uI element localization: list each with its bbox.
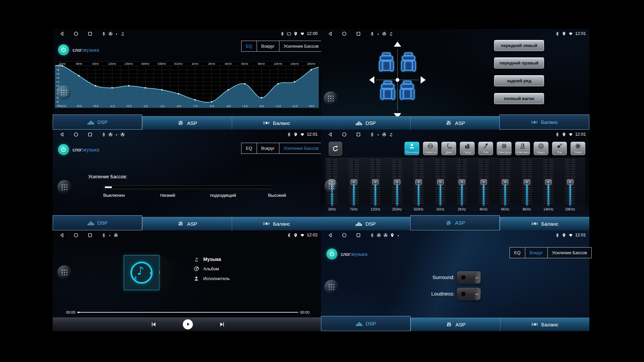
- asp-slider-14KHz[interactable]: 014KHz: [541, 160, 556, 214]
- asp-slider-6KHz[interactable]: 06KHz: [498, 160, 513, 214]
- surround-button[interactable]: Вокруг: [257, 41, 279, 51]
- balance-position-dot[interactable]: [396, 78, 399, 82]
- tab-dsp[interactable]: DSP: [53, 215, 142, 230]
- slider-handle[interactable]: 0: [567, 179, 574, 185]
- tab-dsp[interactable]: DSP: [53, 115, 142, 130]
- slider-handle[interactable]: 0: [394, 179, 400, 185]
- preset-city-button[interactable]: Город: [460, 142, 475, 155]
- slider-handle[interactable]: 0: [437, 179, 444, 185]
- loudness-toggle[interactable]: [457, 288, 481, 301]
- back-icon[interactable]: [328, 233, 333, 238]
- preset-news-button[interactable]: Новости: [423, 142, 438, 155]
- surround-button[interactable]: Вокруг: [257, 143, 279, 153]
- home-icon[interactable]: [73, 132, 78, 137]
- home-icon[interactable]: [73, 31, 78, 36]
- arrow-left-icon[interactable]: [369, 76, 374, 84]
- preset-user-button[interactable]: Пользова: [405, 142, 419, 155]
- tab-asp[interactable]: ASP: [410, 116, 500, 130]
- preset-atom-button[interactable]: Техно: [571, 142, 585, 155]
- tab-balance[interactable]: Баланс: [500, 318, 589, 331]
- tab-balance[interactable]: Баланс: [232, 217, 321, 230]
- back-icon[interactable]: [328, 31, 333, 36]
- bass-boost-button[interactable]: Усиление Бассов: [279, 143, 323, 153]
- play-button[interactable]: [183, 319, 193, 329]
- back-icon[interactable]: [59, 31, 64, 36]
- home-icon[interactable]: [342, 132, 347, 137]
- tab-dsp[interactable]: DSP: [321, 316, 411, 331]
- bass-boost-slider[interactable]: [103, 185, 272, 189]
- tab-balance[interactable]: Баланс: [499, 115, 589, 130]
- slider-handle[interactable]: 0: [545, 179, 552, 185]
- preset-mic-button[interactable]: Поп: [478, 142, 493, 155]
- preset-guitar-button[interactable]: Рок: [552, 142, 567, 155]
- tab-asp[interactable]: ASP: [411, 318, 500, 331]
- tab-balance[interactable]: Баланс: [500, 217, 589, 230]
- bass-boost-button[interactable]: Усиление Бассов: [279, 41, 323, 51]
- home-icon[interactable]: [342, 233, 347, 238]
- recents-icon[interactable]: [88, 132, 93, 137]
- preset-chip-button[interactable]: Электрон: [497, 142, 512, 155]
- arrow-up-icon[interactable]: [394, 42, 401, 47]
- asp-slider-8KHz[interactable]: 08KHz: [520, 160, 534, 214]
- surround-toggle[interactable]: [457, 271, 481, 284]
- floating-assist-bubble[interactable]: [57, 180, 71, 194]
- seat-front-left[interactable]: [379, 53, 393, 72]
- tab-dsp[interactable]: DSP: [321, 217, 410, 230]
- asp-slider-75Hz[interactable]: 075Hz: [346, 160, 361, 214]
- back-icon[interactable]: [59, 132, 64, 137]
- eq-button[interactable]: EQ: [510, 247, 525, 258]
- recents-icon[interactable]: [356, 233, 361, 238]
- power-button[interactable]: [58, 44, 69, 55]
- next-track-button[interactable]: [219, 321, 225, 327]
- eq-button[interactable]: EQ: [241, 143, 257, 153]
- zone-front-right-button[interactable]: передний правый: [494, 57, 544, 69]
- power-button[interactable]: [58, 144, 69, 155]
- back-icon[interactable]: [328, 132, 333, 137]
- tab-balance[interactable]: Баланс: [232, 116, 321, 130]
- floating-assist-bubble[interactable]: [324, 91, 338, 105]
- bass-boost-slider-handle[interactable]: [105, 186, 112, 188]
- recents-icon[interactable]: [356, 132, 361, 137]
- tab-asp[interactable]: ASP: [410, 215, 500, 230]
- bass-boost-button[interactable]: Усиление Бассов: [547, 247, 591, 258]
- tab-asp[interactable]: ASP: [142, 217, 231, 230]
- slider-handle[interactable]: 0: [415, 179, 422, 185]
- zone-full-car-button[interactable]: полный вагон: [494, 93, 544, 104]
- progress-bar[interactable]: [77, 312, 298, 313]
- power-button[interactable]: [326, 248, 337, 260]
- recents-icon[interactable]: [88, 31, 93, 36]
- seat-rear-right[interactable]: [400, 81, 414, 100]
- asp-slider-1KHz[interactable]: 01KHz: [433, 160, 448, 214]
- tab-dsp[interactable]: DSP: [321, 116, 410, 130]
- seat-rear-left[interactable]: [381, 81, 395, 100]
- surround-button[interactable]: Вокруг: [525, 247, 547, 258]
- eq-button[interactable]: EQ: [241, 41, 257, 51]
- floating-assist-bubble[interactable]: [57, 265, 71, 279]
- preset-classic-button[interactable]: Классика: [515, 142, 530, 155]
- slider-handle[interactable]: 0: [502, 179, 508, 185]
- arrow-right-icon[interactable]: [421, 76, 426, 84]
- previous-track-button[interactable]: [151, 321, 157, 327]
- floating-assist-bubble[interactable]: [324, 280, 338, 294]
- asp-slider-2KHz[interactable]: 02KHz: [454, 160, 469, 214]
- seat-front-right[interactable]: [401, 53, 416, 72]
- slider-handle[interactable]: 0: [372, 179, 379, 185]
- recents-icon[interactable]: [88, 233, 93, 238]
- tab-asp[interactable]: ASP: [142, 116, 231, 130]
- asp-slider-125Hz[interactable]: 0125Hz: [368, 160, 383, 214]
- slider-handle[interactable]: 0: [480, 179, 487, 185]
- asp-slider-500Hz[interactable]: 0500Hz: [411, 160, 426, 214]
- floating-assist-bubble[interactable]: [324, 179, 338, 193]
- slider-handle[interactable]: 0: [351, 179, 357, 185]
- slider-handle[interactable]: 0: [459, 179, 465, 185]
- asp-slider-4KHz[interactable]: 04KHz: [476, 160, 491, 214]
- slider-handle[interactable]: 0: [524, 179, 530, 185]
- reset-button[interactable]: [329, 142, 342, 156]
- preset-video-button[interactable]: Видео: [534, 142, 548, 155]
- home-icon[interactable]: [342, 31, 347, 36]
- zone-rear-row-button[interactable]: задний ряд: [494, 75, 544, 86]
- back-icon[interactable]: [59, 233, 64, 238]
- asp-slider-250Hz[interactable]: 0250Hz: [390, 160, 405, 214]
- recents-icon[interactable]: [356, 31, 361, 36]
- home-icon[interactable]: [73, 233, 78, 238]
